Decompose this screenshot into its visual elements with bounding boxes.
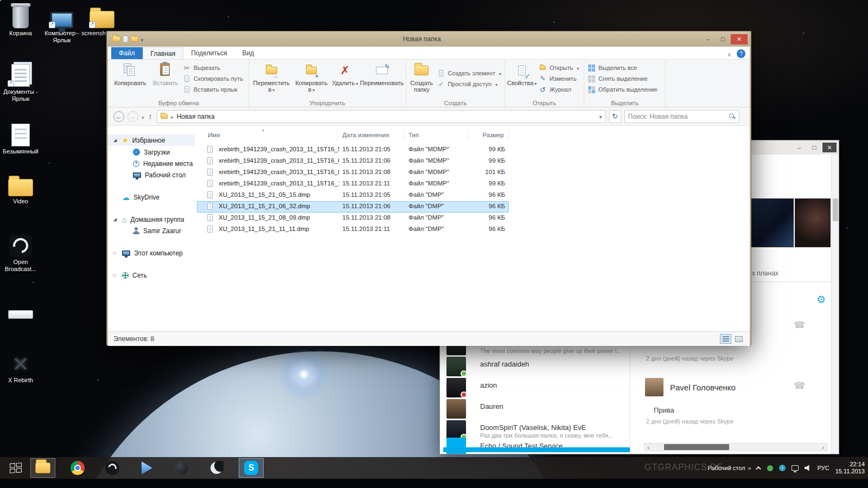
rename-button[interactable]: Переименовать [359,62,404,98]
close-button[interactable] [731,34,748,44]
desktop-icon-untitled[interactable]: Безымянный [0,120,41,155]
desktop-toolbar[interactable]: Рабочий стол [708,465,751,471]
maximize-button[interactable] [716,34,730,44]
breadcrumb[interactable]: Новая папка [177,113,215,120]
language-indicator[interactable]: РУС [818,465,829,471]
taskbar-chrome-button[interactable] [65,458,90,478]
contact-row[interactable]: Dauren [440,399,630,420]
close-button[interactable] [822,143,837,152]
column-header-date[interactable]: Дата изменения [338,129,404,141]
taskbar-skype-button[interactable] [239,458,264,478]
help-icon[interactable] [737,49,745,58]
settings-gear-icon[interactable] [816,293,826,306]
sidebar-item-favorites[interactable]: Избранное [108,134,195,146]
title-bar[interactable]: Новая папка [108,31,750,47]
back-button[interactable]: ← [113,111,124,122]
desktop-icon-xrebirth[interactable]: X Rebirth [0,349,41,384]
call-button-icon[interactable] [794,380,805,391]
desktop-icon-documents[interactable]: Документы - Ярлык [0,61,41,102]
show-hidden-icons-chevron[interactable] [756,466,761,471]
delete-button[interactable]: Удалить [330,62,359,98]
toolbar-chevron-icon[interactable] [748,465,751,471]
taskbar-app-swirl-button[interactable] [100,458,125,478]
tray-status-icon[interactable] [767,465,773,471]
column-header-type[interactable]: Тип [404,129,468,141]
clock[interactable]: 22:14 15.11.2013 [835,461,865,475]
collapse-icon[interactable] [113,273,117,278]
tab-home[interactable]: Главная [143,47,184,59]
contact-row[interactable]: ashraf radaideh [440,357,630,378]
vertical-scrollbar[interactable] [831,155,839,454]
quick-access-toolbar[interactable] [112,34,143,44]
new-item-button[interactable]: Создать элемент [435,68,503,79]
start-button[interactable] [3,458,28,478]
copy-path-button[interactable]: Скопировать путь [181,74,245,84]
desktop-icon-computer[interactable]: Компьютер - Ярлык [41,2,82,44]
copy-button[interactable]: Копировать [111,62,150,98]
up-button[interactable]: ↑ [149,112,152,121]
select-all-button[interactable]: Выделить все [586,63,659,73]
select-none-button[interactable]: Снять выделение [586,74,659,84]
search-input[interactable] [628,113,729,120]
contact-row[interactable]: azion [440,378,630,399]
taskbar-media-player-button[interactable] [135,458,159,478]
tab-file[interactable]: Файл [111,47,143,59]
scroll-right-icon[interactable]: › [819,444,827,451]
easy-access-button[interactable]: Простой доступ [435,79,503,89]
artwork-thumbnail[interactable] [795,198,831,247]
sidebar-item-user[interactable]: Samir Zaarur [108,225,195,236]
desktop-icon-window[interactable] [0,293,41,320]
taskbar-app-crescent-button[interactable] [204,458,229,478]
sidebar-item-desktop[interactable]: Рабочий стол [108,169,195,181]
scroll-left-icon[interactable]: ‹ [644,444,652,451]
properties-button[interactable]: Свойства [507,62,537,98]
search-box[interactable] [624,110,739,123]
file-row-selected[interactable]: XU_2013_11_15_21_06_32.dmp15.11.2013 21:… [197,201,509,213]
horizontal-scrollbar[interactable]: ‹ › [644,443,827,451]
tab-share[interactable]: Поделиться [183,47,234,59]
expand-icon[interactable] [113,217,117,222]
tab-view[interactable]: Вид [234,47,261,59]
sidebar-item-recent[interactable]: Недавние места [108,158,195,169]
column-header-size[interactable]: Размер [468,129,509,141]
scrollbar-thumb[interactable] [833,198,838,221]
breadcrumb-chevron-icon[interactable] [171,113,174,120]
maximize-button[interactable] [807,143,821,152]
sidebar-item-network[interactable]: Сеть [108,269,195,281]
edit-button[interactable]: Изменить [537,74,580,84]
minimize-button[interactable] [700,34,715,44]
network-tray-icon[interactable] [792,465,799,471]
thumbnails-view-button[interactable] [733,334,744,344]
phone-icon[interactable] [794,319,805,331]
column-header-name[interactable]: Имя [197,129,338,141]
move-to-button[interactable]: Переместить в [251,62,292,98]
file-row[interactable]: XU_2013_11_15_21_08_09.dmp15.11.2013 21:… [197,213,509,224]
scrollbar-thumb[interactable] [664,444,729,450]
address-dropdown-icon[interactable] [599,113,602,120]
file-row[interactable]: xrebirth_1941239_crash_2013_11_15T16_5..… [197,144,509,156]
desktop-icon-video[interactable]: Video [0,170,41,205]
history-button[interactable]: Журнал [537,85,580,95]
collapse-ribbon-icon[interactable] [727,49,731,59]
open-button[interactable]: Открыть [537,63,580,73]
taskbar-app-dark-button[interactable] [169,458,194,478]
desktop-icon-recycle-bin[interactable]: Корзина [0,2,41,37]
invert-selection-button[interactable]: Обратить выделение [586,85,659,95]
address-bar[interactable]: Новая папка [157,110,606,123]
sidebar-item-skydrive[interactable]: SkyDrive [108,191,195,203]
sidebar-item-downloads[interactable]: Загрузки [108,146,195,158]
qat-new-item-icon[interactable] [123,36,128,42]
details-view-button[interactable] [720,334,731,344]
new-folder-button[interactable]: Создать папку [408,62,435,98]
file-row[interactable]: xrebirth_1941239_crash_2013_11_15T16_1..… [197,178,509,190]
sidebar-item-this-pc[interactable]: Этот компьютер [108,247,195,259]
expand-icon[interactable] [113,138,117,143]
refresh-button[interactable] [609,110,621,123]
paste-button[interactable]: Вставить [150,62,181,98]
desktop-icon-obs[interactable]: Open Broadcast... [0,231,41,273]
history-dropdown-icon[interactable] [142,112,144,121]
volume-tray-icon[interactable] [805,465,812,471]
cut-button[interactable]: Вырезать [181,63,245,73]
qat-properties-icon[interactable] [131,36,138,42]
forward-button[interactable]: → [127,111,138,122]
